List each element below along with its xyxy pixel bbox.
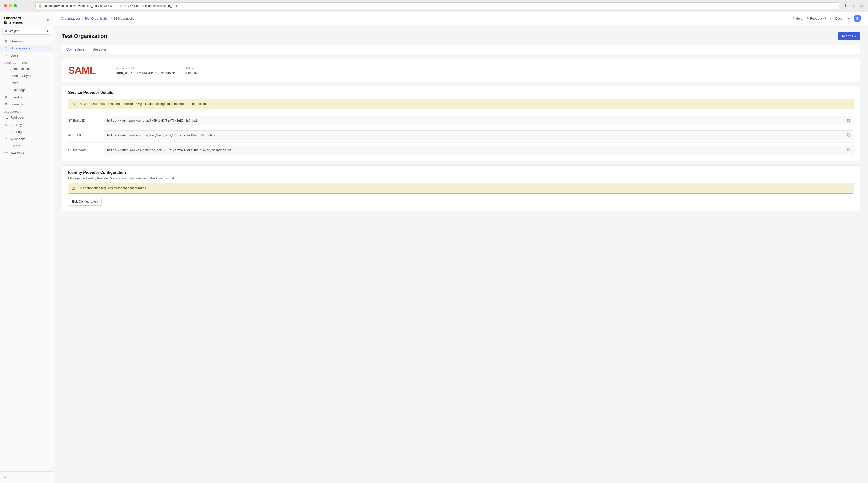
- breadcrumb-sep-1: /: [82, 17, 83, 21]
- address-bar[interactable]: 🔒 dashboard.workos.com/environment_01EZD…: [35, 2, 839, 9]
- chevron-down-icon: ▾: [855, 34, 856, 38]
- sp-metadata-row: SP Metadata https://auth.workos.com/sso/…: [68, 143, 854, 157]
- docs-icon: 📄: [830, 17, 834, 21]
- sidebar: Lunchford Enterprises ⚙ Staging ▾ ⊞ Over…: [0, 12, 54, 483]
- browser-nav: ‹ ›: [22, 3, 32, 9]
- sidebar-item-users[interactable]: ○ Users: [0, 52, 54, 59]
- authentication-icon: ℹ: [4, 67, 8, 70]
- window-icon[interactable]: ⧉: [859, 3, 864, 9]
- actions-button[interactable]: Actions ▾: [838, 32, 860, 40]
- sp-fields-container: SP Entity ID https://auth.workos.email/J…: [62, 113, 860, 161]
- docs-label: Docs: [835, 17, 842, 21]
- audit-logs-icon: ⊞: [4, 88, 8, 92]
- env-dot: [5, 30, 7, 32]
- sidebar-item-api-logs[interactable]: ⊞ API Logs: [0, 128, 54, 135]
- help-link[interactable]: ? Help: [793, 17, 802, 21]
- sidebar-item-label: Organizations: [10, 46, 30, 50]
- svg-rect-1: [847, 134, 849, 136]
- sidebar-bottom: <>: [0, 472, 54, 483]
- sidebar-item-label: Roles: [10, 81, 19, 85]
- sp-entity-id-label: SP Entity ID: [68, 119, 100, 122]
- close-button[interactable]: [4, 4, 7, 7]
- settings-icon[interactable]: ⚙: [47, 19, 50, 22]
- idp-warning-banner: ⚠ This connection requires metadata conf…: [68, 183, 854, 194]
- sidebar-item-redirects[interactable]: ⌥ Redirects: [0, 114, 54, 121]
- sp-metadata-label: SP Metadata: [68, 148, 100, 152]
- env-selector[interactable]: Staging ▾: [2, 28, 51, 35]
- feedback-link[interactable]: ✎ Feedback?: [806, 17, 826, 21]
- saml-connection-card: SAML Connection ID conn_01HXHG4ZBQKEBM59…: [62, 59, 860, 82]
- svg-rect-0: [847, 119, 849, 122]
- copy-sp-metadata-button[interactable]: [845, 148, 851, 153]
- sp-warning-banner: ⚠ The ACS URL must be added to the Test …: [68, 99, 854, 109]
- sidebar-item-audit-logs[interactable]: ⊞ Audit Logs: [0, 87, 54, 94]
- edit-configuration-button[interactable]: Edit Configuration: [68, 197, 102, 206]
- idp-warning-text: This connection requires metadata config…: [78, 186, 147, 190]
- topbar-actions: ? Help ✎ Feedback? 📄 Docs ☀ E: [793, 15, 861, 22]
- sidebar-item-directory-sync[interactable]: ⬡ Directory Sync: [0, 72, 54, 79]
- sidebar-item-label: Audit Logs: [10, 88, 25, 92]
- copy-sp-entity-id-button[interactable]: [845, 118, 851, 123]
- chevron-down-icon: ▾: [47, 29, 49, 33]
- theme-icon[interactable]: ☀: [846, 16, 850, 21]
- code-icon-item[interactable]: <>: [4, 475, 50, 480]
- sidebar-item-label: API Keys: [10, 123, 23, 127]
- tab-sessions-label: Sessions: [93, 47, 107, 51]
- avatar[interactable]: E: [854, 15, 861, 22]
- sidebar-item-label: Users: [10, 54, 19, 57]
- tab-sessions[interactable]: Sessions: [88, 45, 111, 54]
- sidebar-item-webhooks[interactable]: ⊕ Webhooks: [0, 135, 54, 142]
- sidebar-item-events[interactable]: ⊞ Events: [0, 142, 54, 150]
- new-tab-icon[interactable]: ＋: [850, 3, 857, 9]
- share-icon[interactable]: ⬆: [842, 3, 848, 9]
- help-icon: ?: [793, 17, 795, 21]
- back-button[interactable]: ‹: [22, 3, 26, 9]
- sp-metadata-value: https://auth.workos.com/sso/saml/JDtlvKY…: [107, 149, 233, 152]
- docs-link[interactable]: 📄 Docs: [830, 17, 842, 21]
- breadcrumb-organizations[interactable]: Organizations: [61, 17, 81, 21]
- sidebar-item-label: Webhooks: [10, 137, 25, 141]
- sidebar-item-test-sso[interactable]: ⌥ Test SSO: [0, 150, 54, 157]
- sidebar-item-organizations[interactable]: ⬡ Organizations: [0, 45, 54, 52]
- traffic-lights: [4, 4, 17, 7]
- events-icon: ⊞: [4, 144, 8, 148]
- service-provider-card: Service Provider Details ⚠ The ACS URL m…: [62, 86, 860, 161]
- copy-acs-url-button[interactable]: [845, 133, 851, 138]
- breadcrumb-sep-2: /: [111, 17, 112, 21]
- section-configuration-label: CONFIGURATION: [0, 59, 54, 65]
- sidebar-item-domains[interactable]: ⊕ Domains: [0, 101, 54, 108]
- sidebar-item-branding[interactable]: ⊞ Branding: [0, 94, 54, 101]
- status-value: Inactive: [188, 71, 199, 75]
- sidebar-item-api-keys[interactable]: ⌥ API Keys: [0, 121, 54, 128]
- acs-url-label: ACS URL: [68, 133, 100, 137]
- warning-icon: ⚠: [72, 102, 75, 106]
- maximize-button[interactable]: [14, 4, 17, 7]
- sidebar-nav: ⊞ Overview ⬡ Organizations ○ Users CONFI…: [0, 38, 54, 472]
- actions-label: Actions: [842, 34, 853, 38]
- acs-url-box: https://auth.workos.com/sso/saml/acs/JDt…: [104, 130, 854, 140]
- branding-icon: ⊞: [4, 95, 8, 99]
- browser-chrome: ‹ › 🔒 dashboard.workos.com/environment_0…: [0, 0, 868, 12]
- connection-id-detail: Connection ID conn_01HXHG4ZBQKEBM59RDFWG…: [115, 67, 175, 75]
- sidebar-item-label: Redirects: [10, 116, 24, 119]
- section-developer-label: DEVELOPER: [0, 108, 54, 114]
- sidebar-item-authentication[interactable]: ℹ Authentication: [0, 65, 54, 72]
- directory-sync-icon: ⬡: [4, 74, 8, 77]
- users-icon: ○: [4, 54, 8, 57]
- sp-entity-id-row: SP Entity ID https://auth.workos.email/J…: [68, 113, 854, 128]
- acs-url-row: ACS URL https://auth.workos.com/sso/saml…: [68, 128, 854, 143]
- status-dot: [185, 72, 187, 74]
- minimize-button[interactable]: [9, 4, 12, 7]
- forward-button[interactable]: ›: [28, 3, 32, 9]
- edit-config-label: Edit Configuration: [72, 200, 98, 203]
- roles-icon: ⊞: [4, 81, 8, 85]
- content-area: Test Organization Actions ▾ Connection S…: [54, 25, 868, 483]
- tab-connection[interactable]: Connection: [62, 45, 88, 54]
- sidebar-item-roles[interactable]: ⊞ Roles: [0, 79, 54, 87]
- breadcrumb-test-organization[interactable]: Test Organization: [85, 17, 110, 21]
- status-label: Status: [185, 67, 199, 70]
- idp-header: Identity Provider Configuration Manage t…: [62, 166, 860, 183]
- sidebar-item-overview[interactable]: ⊞ Overview: [0, 38, 54, 45]
- breadcrumb: Organizations / Test Organization / SSO …: [61, 17, 136, 21]
- browser-actions: ⬆ ＋ ⧉: [842, 3, 864, 9]
